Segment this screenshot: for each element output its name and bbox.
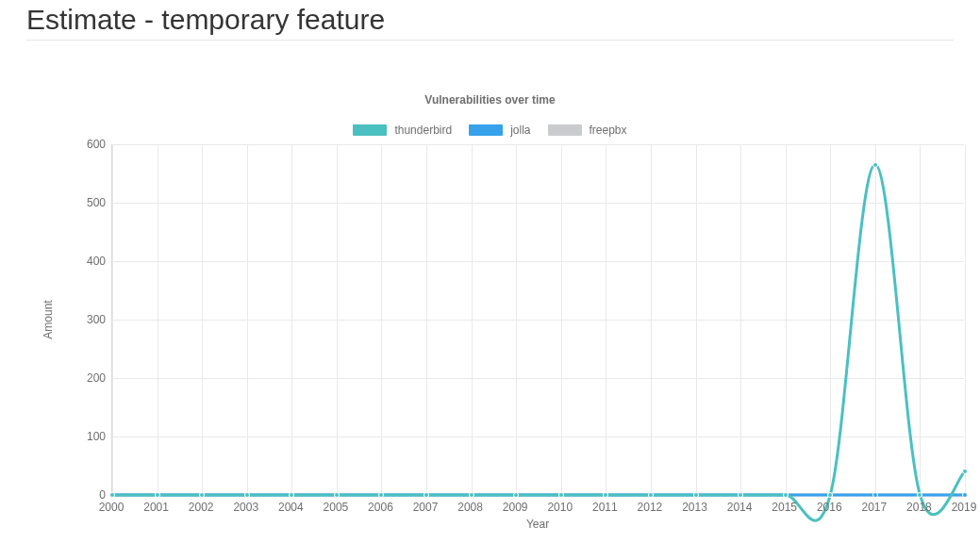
y-tick-label: 400 (77, 255, 106, 268)
plot-area (111, 144, 964, 495)
legend-item-jolla[interactable]: jolla (469, 124, 530, 137)
chart-body: Amount Year 0100200300400500600200020012… (77, 144, 964, 531)
x-tick-label: 2014 (727, 501, 753, 514)
x-tick-label: 2007 (413, 501, 439, 514)
y-axis-title: Amount (42, 300, 55, 338)
y-tick-label: 0 (77, 488, 106, 502)
data-point[interactable] (783, 492, 789, 498)
data-point[interactable] (513, 492, 519, 498)
x-tick-label: 2003 (233, 501, 258, 514)
x-tick-label: 2005 (324, 501, 349, 514)
data-point[interactable] (693, 492, 699, 498)
legend-item-thunderbird[interactable]: thunderbird (353, 124, 452, 137)
legend-label: thunderbird (394, 124, 452, 137)
x-tick-label: 2002 (189, 501, 214, 514)
legend-swatch-icon (548, 124, 582, 136)
legend-item-freepbx[interactable]: freepbx (548, 124, 627, 137)
x-tick-label: 2008 (457, 501, 483, 514)
legend-label: jolla (510, 124, 530, 137)
data-point[interactable] (917, 492, 922, 498)
x-tick-label: 2011 (592, 501, 618, 514)
x-tick-label: 2006 (368, 501, 393, 514)
y-tick-label: 300 (77, 313, 106, 326)
y-tick-label: 500 (77, 196, 106, 209)
data-point[interactable] (469, 492, 474, 498)
data-point[interactable] (199, 492, 205, 498)
x-tick-label: 2016 (817, 501, 842, 514)
legend-swatch-icon (469, 124, 503, 136)
x-tick-label: 2000 (99, 501, 125, 514)
y-tick-label: 200 (77, 371, 106, 385)
x-tick-label: 2019 (952, 501, 977, 514)
data-point[interactable] (738, 492, 743, 498)
x-tick-label: 2004 (278, 501, 304, 514)
data-point[interactable] (289, 492, 294, 498)
title-divider (26, 40, 954, 41)
chart-legend: thunderbirdjollafreepbx (26, 124, 954, 137)
data-point[interactable] (872, 162, 878, 168)
legend-swatch-icon (353, 124, 387, 136)
x-tick-label: 2009 (503, 501, 528, 514)
data-point[interactable] (109, 492, 115, 498)
x-tick-label: 2013 (682, 501, 707, 514)
x-axis-title: Year (111, 518, 964, 531)
series-line (112, 165, 965, 521)
x-tick-label: 2015 (772, 501, 797, 514)
data-point[interactable] (827, 492, 833, 498)
legend-label: freepbx (590, 124, 627, 137)
page-title: Estimate - temporary feature (26, 4, 954, 36)
data-point[interactable] (648, 492, 654, 498)
chart-container: Vulnerabilities over time thunderbirdjol… (26, 93, 954, 531)
data-point[interactable] (244, 492, 250, 498)
data-point[interactable] (962, 469, 968, 474)
y-tick-label: 600 (77, 138, 106, 151)
chart-title: Vulnerabilities over time (26, 93, 954, 107)
x-tick-label: 2012 (638, 501, 663, 514)
x-tick-label: 2010 (547, 501, 573, 514)
series-thunderbird (112, 144, 965, 495)
y-tick-label: 100 (77, 430, 106, 443)
gridline-v (965, 144, 966, 494)
data-point[interactable] (334, 492, 340, 498)
x-tick-label: 2017 (861, 501, 887, 514)
data-point[interactable] (558, 492, 564, 498)
data-point[interactable] (155, 492, 160, 498)
data-point[interactable] (378, 492, 384, 498)
data-point[interactable] (424, 492, 429, 498)
x-tick-label: 2001 (143, 501, 169, 514)
x-tick-label: 2018 (906, 501, 932, 514)
data-point[interactable] (603, 492, 608, 498)
